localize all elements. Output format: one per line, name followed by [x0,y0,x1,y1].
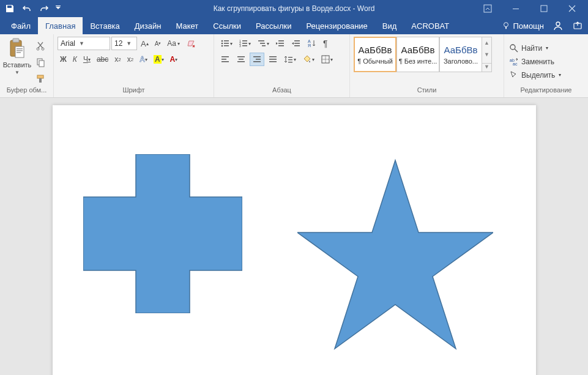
style-normal[interactable]: АаБбВв ¶ Обычный [354,37,396,72]
borders-button[interactable]: ▾ [318,53,335,66]
italic-button[interactable]: К [70,53,80,66]
maximize-button[interactable] [530,0,557,17]
document-page[interactable] [53,105,536,375]
align-right-button[interactable] [250,53,264,66]
select-button[interactable]: Выделить▾ [508,69,584,81]
show-marks-button[interactable]: ¶ [321,37,330,50]
svg-rect-32 [258,40,264,42]
qat-customize-button[interactable] [54,1,62,16]
cut-button[interactable] [33,39,48,53]
align-left-button[interactable] [218,53,233,66]
save-button[interactable] [2,1,17,16]
style-no-spacing[interactable]: АаБбВв ¶ Без инте... [396,37,439,72]
svg-point-6 [556,22,560,26]
replace-button[interactable]: abac Заменить [508,56,584,68]
share-button[interactable] [572,20,583,31]
svg-rect-55 [288,57,292,58]
tab-design[interactable]: Дизайн [127,17,169,34]
font-color-button[interactable]: A▾ [168,53,180,66]
svg-rect-0 [56,6,61,6]
svg-point-4 [504,23,508,27]
subscript-button[interactable]: x2 [112,53,123,66]
numbering-button[interactable]: 123▾ [236,37,253,50]
superscript-button[interactable]: x2 [125,53,136,66]
tell-me-label: Помощн [513,21,544,31]
svg-point-22 [221,43,223,45]
svg-rect-25 [224,45,229,46]
increase-indent-button[interactable] [289,37,303,50]
svg-rect-54 [269,61,277,62]
strikethrough-button[interactable]: abc [94,53,111,66]
bold-button[interactable]: Ж [58,53,69,66]
ribbon-options-button[interactable] [474,0,501,17]
tab-acrobat[interactable]: ACROBAT [404,17,456,34]
svg-rect-18 [37,75,43,78]
svg-rect-29 [242,43,247,44]
tab-references[interactable]: Ссылки [206,17,248,34]
svg-point-24 [221,45,223,47]
svg-rect-31 [242,45,247,46]
svg-rect-39 [294,43,300,44]
shape-star[interactable] [297,154,493,350]
tab-file[interactable]: Файл [4,17,38,34]
shrink-font-button[interactable]: A▾ [152,37,164,50]
shading-button[interactable]: ▾ [300,53,317,66]
tell-me-button[interactable]: Помощн [502,21,544,31]
paragraph-group-label: Абзац [218,86,346,97]
grow-font-button[interactable]: A▴ [138,37,151,50]
svg-rect-35 [278,40,284,42]
tab-view[interactable]: Вид [375,17,404,34]
bullets-button[interactable]: ▾ [218,37,235,50]
paste-button[interactable]: Вставить ▼ [4,37,31,86]
tab-insert[interactable]: Вставка [83,17,127,34]
group-clipboard: Вставить ▼ Буфер обм... [0,34,54,97]
svg-rect-19 [39,78,42,83]
underline-button[interactable]: Ч ▾ [81,53,93,66]
group-editing: Найти▾ abac Заменить Выделить▾ Редактиро… [504,34,588,97]
svg-rect-40 [294,45,300,46]
clear-formatting-button[interactable] [184,37,198,50]
window-controls [474,0,586,17]
highlight-button[interactable]: A▾ [151,53,166,66]
document-area[interactable] [0,98,588,375]
close-button[interactable] [559,0,586,17]
svg-rect-34 [262,45,266,46]
sort-button[interactable]: AЯ [305,37,319,50]
styles-scroll-down[interactable]: ▼ [484,51,489,58]
svg-rect-5 [506,27,507,29]
tab-layout[interactable]: Макет [168,17,206,34]
svg-marker-64 [83,154,242,313]
font-name-combo[interactable]: Arial▼ [58,37,110,50]
format-painter-button[interactable] [33,72,48,86]
multilevel-list-button[interactable]: ▾ [255,37,272,50]
decrease-indent-button[interactable] [273,37,288,50]
line-spacing-button[interactable]: ▾ [281,53,299,66]
group-styles: АаБбВв ¶ Обычный АаБбВв ¶ Без инте... Аа… [350,34,504,97]
shape-cross[interactable] [83,154,242,313]
svg-text:Я: Я [308,43,311,48]
tab-mailings[interactable]: Рассылки [248,17,299,34]
account-button[interactable] [553,20,564,31]
justify-button[interactable] [266,53,280,66]
find-button[interactable]: Найти▾ [508,42,584,54]
svg-rect-44 [221,59,226,60]
ribbon: Вставить ▼ Буфер обм... Arial▼ 12▼ A▴ A▾… [0,34,588,98]
align-center-button[interactable] [234,53,248,66]
styles-group-label: Стили [354,86,500,97]
undo-button[interactable] [20,1,34,16]
styles-scroll-up[interactable]: ▲ [484,40,489,46]
tab-home[interactable]: Главная [38,17,83,34]
font-size-combo[interactable]: 12▼ [111,37,137,50]
text-effects-button[interactable]: A▾ [137,53,150,66]
clipboard-group-label: Буфер обм... [4,86,50,97]
styles-expand-button[interactable]: ▼ [482,63,491,70]
change-case-button[interactable]: Aa▾ [165,37,182,50]
minimize-button[interactable] [502,0,529,17]
editing-group-label: Редактирование [508,86,584,97]
redo-button[interactable] [37,1,51,16]
svg-rect-12 [17,50,23,51]
tab-review[interactable]: Рецензирование [299,17,374,34]
style-heading1[interactable]: АаБбВв Заголово... [439,37,482,72]
copy-button[interactable] [33,56,48,69]
svg-rect-48 [237,61,245,62]
